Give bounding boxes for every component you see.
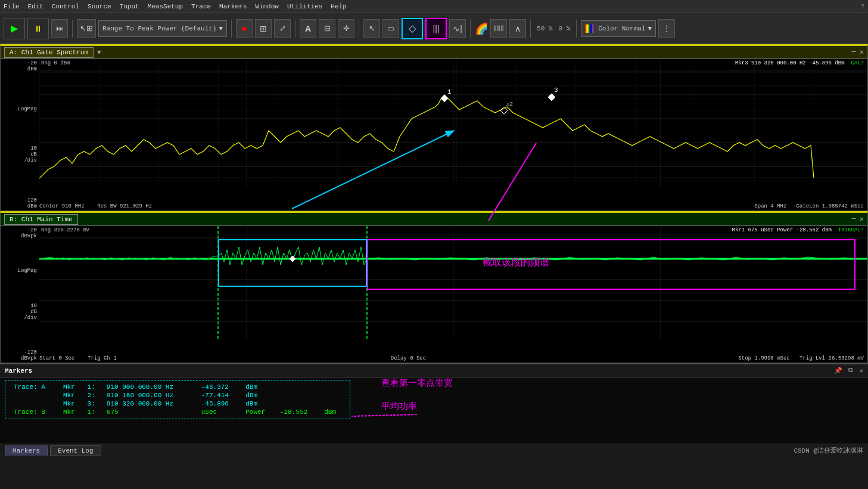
panel-b: B: Ch1 Main Time ─ ✕ Rng 316.2278 mV -20…: [0, 211, 868, 363]
text-button[interactable]: A: [300, 19, 316, 38]
panel-a-title-bar: A: Ch1 Gate Spectrum ▼ ─ ✕: [1, 46, 867, 59]
panel-b-title-bar: B: Ch1 Main Time ─ ✕: [1, 213, 867, 226]
panel-a: A: Ch1 Gate Spectrum ▼ ─ ✕ Rng 0 dBm -20…: [0, 44, 868, 211]
menu-control[interactable]: Control: [52, 3, 79, 10]
markers-panel-actions: 📌 ⧉ ✕: [834, 367, 863, 375]
panel-a-dropdown-arrow[interactable]: ▼: [97, 49, 101, 56]
markers-pin[interactable]: 📌: [834, 367, 842, 375]
pause-button[interactable]: ⏸: [27, 18, 49, 39]
panel-b-waveform-left: [39, 226, 867, 340]
status-tab-eventlog[interactable]: Event Log: [50, 445, 101, 456]
panel-b-title[interactable]: B: Ch1 Main Time: [4, 214, 78, 225]
cursor-button[interactable]: ↖⊞: [77, 19, 96, 38]
mkr1-num: 1:: [84, 383, 103, 391]
panel-b-chart: Rng 316.2278 mV -20 dBVpk LogMag 10 dB /…: [1, 226, 867, 363]
table-row: Trace: A Mkr 1: 910 000 000.00 Hz -48.37…: [10, 383, 345, 391]
menu-utilities[interactable]: Utilities: [287, 3, 322, 10]
panel-b-info-center: Delay 0 Sec: [391, 355, 426, 361]
panel-a-cal: CAL?: [851, 60, 864, 66]
panel-a-chart: Rng 0 dBm -20 dBm LogMag 10 dB /div -120…: [1, 59, 867, 211]
toolbar-sep-3: [295, 20, 295, 38]
marker1-diamond: [441, 95, 448, 102]
range-dropdown[interactable]: Range To Peak Power (Default) ▼: [98, 20, 227, 37]
panel-a-actions: ─ ✕: [852, 48, 864, 57]
menu-input[interactable]: Input: [120, 3, 139, 10]
menu-markers[interactable]: Markers: [219, 3, 247, 10]
mkr1-label: Mkr: [60, 383, 84, 391]
panel-b-actions: ─ ✕: [852, 215, 864, 224]
panel-a-info-right: Span 4 MHz GateLen 1.085742 mSec: [754, 203, 864, 209]
panel-a-title[interactable]: A: Ch1 Gate Spectrum: [4, 47, 94, 58]
toolbar-sep-4: [359, 20, 359, 38]
markers-title-bar: Markers 📌 ⧉ ✕: [0, 364, 868, 377]
panel-a-info-left: Center 910 MHz Res BW 921.029 Hz: [39, 203, 152, 209]
panel-b-cal: TRIKCAL?: [838, 227, 864, 233]
trace-a-label: Trace: A: [10, 383, 60, 391]
menu-trace[interactable]: Trace: [191, 3, 211, 10]
panel-b-y-axis: -20 dBVpk LogMag 10 dB /div -120 dBVpk: [1, 226, 39, 363]
more-button[interactable]: ⋮: [658, 19, 675, 38]
y-label-mid: 10 dB /div: [1, 146, 39, 163]
marker2-diamond: [500, 107, 508, 114]
table-row: Mkr 2: 910 160 000.00 Hz -77.414 dBm: [10, 391, 345, 400]
menu-file[interactable]: File: [4, 3, 19, 10]
status-tab-markers[interactable]: Markers: [5, 445, 48, 456]
markers-data-box: Trace: A Mkr 1: 910 000 000.00 Hz -48.37…: [5, 380, 350, 419]
spectrum-bars-button[interactable]: ⦀⦀⦀: [490, 19, 507, 38]
mkr1-freq: 910 000 000.00 Hz: [103, 383, 198, 391]
toolbar-sep-2: [231, 20, 232, 38]
marker1-label: 1: [447, 88, 452, 95]
menu-meassetup[interactable]: MeasSetup: [148, 3, 183, 10]
record-button[interactable]: ●: [236, 19, 253, 38]
menu-window[interactable]: Window: [255, 3, 279, 10]
toolbar-sep-5: [470, 20, 471, 38]
step-button[interactable]: ⏭: [51, 19, 68, 38]
markers-panel: Markers 📌 ⧉ ✕ Trace: A Mkr 1: 910 000 00…: [0, 363, 868, 444]
markers-table: Trace: A Mkr 1: 910 000 000.00 Hz -48.37…: [10, 383, 345, 416]
table-row: Mkr 3: 910 320 000.00 Hz -45.896 dBm: [10, 400, 345, 408]
toolbar-sep-7: [576, 20, 577, 38]
csdn-credit: CSDN @洁仔爱吃冰淇淋: [794, 446, 863, 455]
table-row: Trace: B Mkr 1: 675 uSec Power -28.552 d…: [10, 408, 345, 416]
menu-help[interactable]: Help: [331, 3, 346, 10]
annotation-text-bandwidth: 查看第一零点带宽: [381, 377, 453, 388]
bars-button[interactable]: |||: [425, 18, 447, 39]
arrow-button[interactable]: ↖: [363, 19, 380, 38]
marker3-diamond: [548, 94, 555, 101]
percent1-label: 50 %: [535, 25, 554, 32]
y-b-bot: -120 dBVpk: [1, 349, 39, 361]
y-label-top: -20 dBm: [1, 60, 39, 72]
markers-content: Trace: A Mkr 1: 910 000 000.00 Hz -48.37…: [0, 377, 868, 423]
toolbar-sep-6: [530, 20, 531, 38]
status-bar: Markers Event Log CSDN @洁仔爱吃冰淇淋: [0, 444, 868, 457]
panel-a-y-axis: -20 dBm LogMag 10 dB /div -120 dBm: [1, 59, 39, 211]
marker2-label: △2: [506, 101, 513, 107]
y-label-bot: -120 dBm: [1, 197, 39, 209]
play-button[interactable]: ▶: [4, 18, 25, 39]
panel-a-spectrum: 1 △2 3: [39, 59, 867, 187]
zoom-button[interactable]: ⤢: [274, 19, 291, 38]
rainbow-icon: 🌈: [475, 22, 488, 35]
panel-b-minimize[interactable]: ─: [852, 215, 856, 224]
panel-a-close[interactable]: ✕: [860, 48, 864, 57]
select-rect-button[interactable]: ▭: [382, 19, 399, 38]
menu-edit[interactable]: Edit: [27, 3, 43, 10]
tiles-button[interactable]: ⊟: [319, 19, 335, 38]
toolbar-sep-1: [72, 20, 73, 38]
annotation-text-power: 平均功率: [381, 401, 417, 411]
menu-source[interactable]: Source: [88, 3, 111, 10]
color-normal-dropdown[interactable]: Color Normal ▼: [581, 20, 656, 37]
grid-button[interactable]: ⊞: [255, 19, 272, 38]
wave-button[interactable]: ∿|: [449, 19, 466, 38]
panel-b-info-right: Stop 1.9998 mSec Trig Lvl 26.53298 mV: [738, 355, 864, 361]
markers-close[interactable]: ✕: [859, 367, 863, 375]
y-b-top: -20 dBVpk: [1, 227, 39, 239]
markers-panel-title: Markers: [5, 367, 32, 375]
panel-a-minimize[interactable]: ─: [852, 48, 856, 57]
diamond-button[interactable]: ◇: [402, 18, 423, 39]
markers-float[interactable]: ⧉: [848, 367, 853, 375]
question-mark: ?: [860, 3, 864, 10]
panel-b-close[interactable]: ✕: [860, 215, 864, 224]
signal-button[interactable]: ∧: [509, 19, 526, 38]
center-button[interactable]: ✛: [338, 19, 354, 38]
